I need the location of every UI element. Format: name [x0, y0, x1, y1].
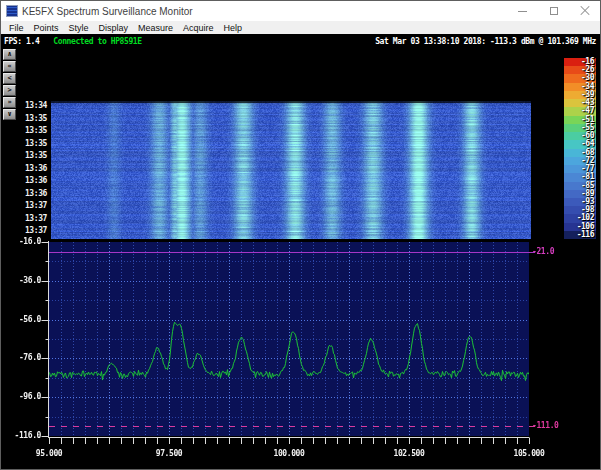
fps-label: FPS: 1.4 — [4, 37, 39, 46]
scroll-down-button[interactable]: ∨ — [3, 109, 16, 120]
y-axis-tick-label: -116.0 — [11, 432, 41, 440]
y-axis-tick-label: -76.0 — [11, 354, 41, 362]
minimize-button[interactable] — [507, 1, 538, 21]
waterfall-pager: ∧«<>»∨ — [3, 49, 17, 121]
minimize-icon — [518, 11, 527, 12]
page-last-button[interactable]: » — [3, 97, 16, 108]
waterfall-timestamp: 13:36 — [17, 177, 47, 185]
close-button[interactable] — [569, 1, 600, 21]
menu-style[interactable]: Style — [64, 22, 94, 34]
reference-line-label: -111.0 — [532, 422, 559, 430]
status-bar: FPS: 1.4 Connected to HP8591E Sat Mar 03… — [1, 34, 600, 48]
menu-bar: FilePointsStyleDisplayMeasureAcquireHelp — [1, 21, 600, 34]
page-next-button[interactable]: > — [3, 85, 16, 96]
waterfall-timestamp: 13:36 — [17, 190, 47, 198]
window-controls — [507, 1, 600, 21]
waterfall-timestamp: 13:37 — [17, 202, 47, 210]
x-axis-tick-label: 95.000 — [27, 450, 71, 458]
close-icon — [580, 6, 590, 16]
color-scale-cell: -116 — [564, 231, 596, 239]
menu-help[interactable]: Help — [219, 22, 248, 34]
waterfall-timestamp: 13:35 — [17, 127, 47, 135]
maximize-icon — [550, 7, 558, 15]
menu-points[interactable]: Points — [29, 22, 64, 34]
page-prev-button[interactable]: < — [3, 73, 16, 84]
color-scale-label: -116 — [562, 231, 594, 239]
title-bar[interactable]: KE5FX Spectrum Surveillance Monitor — [1, 1, 600, 22]
connection-status: Connected to HP8591E — [53, 37, 141, 46]
menu-file[interactable]: File — [4, 22, 29, 34]
x-axis-tick-label: 105.000 — [507, 450, 551, 458]
waterfall-timestamp: 13:35 — [17, 152, 47, 160]
app-icon — [6, 5, 18, 17]
waterfall-timestamp: 13:35 — [17, 115, 47, 123]
y-axis-tick-label: -36.0 — [11, 277, 41, 285]
waterfall-timestamp: 13:37 — [17, 227, 47, 235]
scroll-up-button[interactable]: ∧ — [3, 49, 16, 60]
x-axis-tick-label: 102.500 — [387, 450, 431, 458]
menu-display[interactable]: Display — [94, 22, 134, 34]
waterfall-timestamp: 13:36 — [17, 165, 47, 173]
x-axis-tick-label: 97.500 — [147, 450, 191, 458]
measurement-readout: Sat Mar 03 13:38:10 2018: -113.3 dBm @ 1… — [375, 37, 596, 46]
y-axis-tick-label: -16.0 — [11, 238, 41, 246]
x-axis-tick-label: 100.000 — [267, 450, 311, 458]
waterfall-timestamp: 13:34 — [17, 102, 47, 110]
waterfall-display[interactable] — [51, 101, 531, 239]
window-title: KE5FX Spectrum Surveillance Monitor — [22, 6, 193, 17]
reference-line-label: -21.0 — [532, 248, 554, 256]
menu-acquire[interactable]: Acquire — [178, 22, 219, 34]
y-axis-tick-label: -56.0 — [11, 316, 41, 324]
waterfall-timestamp: 13:37 — [17, 215, 47, 223]
menu-measure[interactable]: Measure — [133, 22, 178, 34]
app-window: KE5FX Spectrum Surveillance Monitor File… — [0, 0, 601, 470]
color-scale-legend: -16-26-30-34-39-43-47-51-55-60-64-68-72-… — [564, 58, 596, 239]
page-first-button[interactable]: « — [3, 61, 16, 72]
maximize-button[interactable] — [538, 1, 569, 21]
waterfall-timestamp: 13:35 — [17, 140, 47, 148]
spectrum-plot[interactable] — [41, 237, 546, 466]
y-axis-tick-label: -96.0 — [11, 393, 41, 401]
